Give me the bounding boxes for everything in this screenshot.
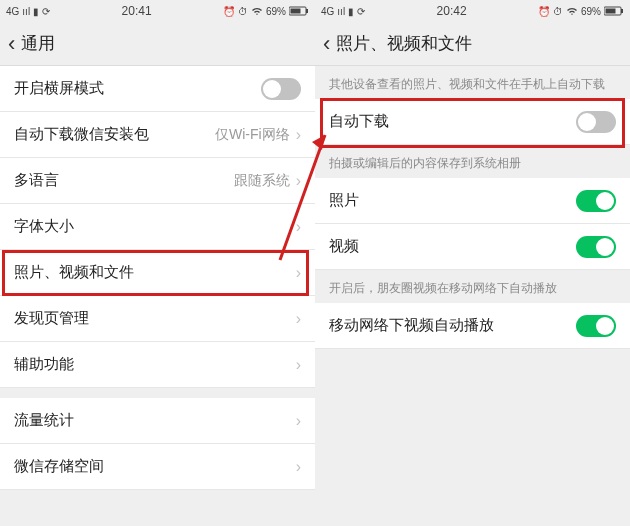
toggle-auto-download[interactable]	[576, 111, 616, 133]
row-label: 辅助功能	[14, 355, 296, 374]
row-label: 多语言	[14, 171, 234, 190]
sync-icon: ⟳	[42, 6, 50, 17]
toggle-video[interactable]	[576, 236, 616, 258]
row-font-size[interactable]: 字体大小 ›	[0, 204, 315, 250]
row-traffic-stats[interactable]: 流量统计 ›	[0, 398, 315, 444]
signal-icon: ııl	[337, 6, 345, 17]
row-label: 移动网络下视频自动播放	[329, 316, 576, 335]
chevron-right-icon: ›	[296, 356, 301, 374]
row-mobile-autoplay[interactable]: 移动网络下视频自动播放	[315, 303, 630, 349]
row-label: 开启横屏模式	[14, 79, 261, 98]
row-label: 发现页管理	[14, 309, 296, 328]
alarm-icon: ⏱	[238, 6, 248, 17]
toggle-landscape[interactable]	[261, 78, 301, 100]
battery-percent: 69%	[581, 6, 601, 17]
mute-icon: ▮	[348, 6, 354, 17]
signal-icon: ııl	[22, 6, 30, 17]
chevron-right-icon: ›	[296, 126, 301, 144]
svg-rect-1	[306, 9, 308, 13]
row-label: 微信存储空间	[14, 457, 296, 476]
page-title: 通用	[21, 32, 55, 55]
chevron-right-icon: ›	[296, 412, 301, 430]
row-photos-videos-files[interactable]: 照片、视频和文件 ›	[0, 250, 315, 296]
alarm-off-icon: ⏰	[223, 6, 235, 17]
row-accessibility[interactable]: 辅助功能 ›	[0, 342, 315, 388]
nav-bar: ‹ 通用	[0, 22, 315, 66]
back-icon[interactable]: ‹	[323, 31, 330, 57]
row-label: 照片、视频和文件	[14, 263, 296, 282]
wifi-icon	[251, 6, 263, 16]
row-label: 视频	[329, 237, 576, 256]
chevron-right-icon: ›	[296, 264, 301, 282]
row-value: 仅Wi-Fi网络	[215, 126, 290, 144]
alarm-off-icon: ⏰	[538, 6, 550, 17]
wifi-icon	[566, 6, 578, 16]
back-icon[interactable]: ‹	[8, 31, 15, 57]
phone-left: 4G ııl ▮ ⟳ 20:41 ⏰ ⏱ 69% ‹ 通用	[0, 0, 315, 526]
section-header-save-to-album: 拍摄或编辑后的内容保存到系统相册	[315, 145, 630, 178]
row-auto-download-wechat[interactable]: 自动下载微信安装包 仅Wi-Fi网络 ›	[0, 112, 315, 158]
phone-right: 4G ııl ▮ ⟳ 20:42 ⏰ ⏱ 69% ‹ 照片、视频和文件	[315, 0, 630, 526]
section-header-autodownload: 其他设备查看的照片、视频和文件在手机上自动下载	[315, 66, 630, 99]
mute-icon: ▮	[33, 6, 39, 17]
alarm-icon: ⏱	[553, 6, 563, 17]
row-label: 照片	[329, 191, 576, 210]
battery-percent: 69%	[266, 6, 286, 17]
battery-icon	[289, 6, 309, 16]
row-language[interactable]: 多语言 跟随系统 ›	[0, 158, 315, 204]
page-title: 照片、视频和文件	[336, 32, 472, 55]
row-label: 自动下载	[329, 112, 576, 131]
svg-rect-4	[621, 9, 623, 13]
status-time: 20:42	[437, 4, 467, 18]
row-photo[interactable]: 照片	[315, 178, 630, 224]
status-time: 20:41	[122, 4, 152, 18]
status-bar: 4G ııl ▮ ⟳ 20:41 ⏰ ⏱ 69%	[0, 0, 315, 22]
chevron-right-icon: ›	[296, 218, 301, 236]
battery-icon	[604, 6, 624, 16]
row-landscape-mode[interactable]: 开启横屏模式	[0, 66, 315, 112]
row-label: 流量统计	[14, 411, 296, 430]
toggle-photo[interactable]	[576, 190, 616, 212]
row-value: 跟随系统	[234, 172, 290, 190]
svg-rect-5	[605, 9, 615, 14]
svg-rect-2	[290, 9, 300, 14]
toggle-mobile-autoplay[interactable]	[576, 315, 616, 337]
row-discover-manage[interactable]: 发现页管理 ›	[0, 296, 315, 342]
row-label: 自动下载微信安装包	[14, 125, 215, 144]
row-label: 字体大小	[14, 217, 296, 236]
nav-bar: ‹ 照片、视频和文件	[315, 22, 630, 66]
network-4g-icon: 4G	[321, 6, 334, 17]
section-header-mobile-autoplay: 开启后，朋友圈视频在移动网络下自动播放	[315, 270, 630, 303]
sync-icon: ⟳	[357, 6, 365, 17]
chevron-right-icon: ›	[296, 310, 301, 328]
row-wechat-storage[interactable]: 微信存储空间 ›	[0, 444, 315, 490]
status-bar: 4G ııl ▮ ⟳ 20:42 ⏰ ⏱ 69%	[315, 0, 630, 22]
network-4g-icon: 4G	[6, 6, 19, 17]
row-auto-download[interactable]: 自动下载	[315, 99, 630, 145]
chevron-right-icon: ›	[296, 172, 301, 190]
row-video[interactable]: 视频	[315, 224, 630, 270]
chevron-right-icon: ›	[296, 458, 301, 476]
